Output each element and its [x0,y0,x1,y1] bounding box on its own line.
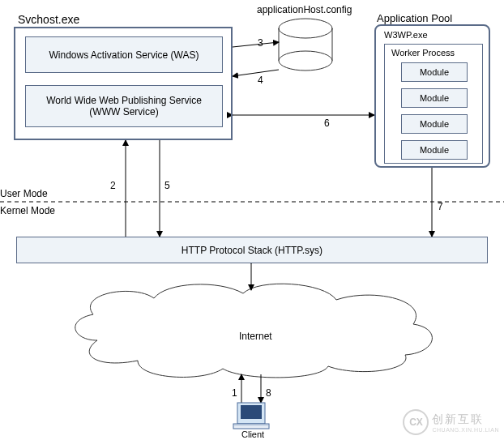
worker-process-container: Worker Process Module Module Module Modu… [384,44,483,164]
module-box: Module [401,140,468,160]
step-8: 8 [266,387,271,399]
client-computer-icon [233,403,269,429]
kernel-mode-label: Kernel Mode [0,205,55,216]
application-pool-title: Application Pool [377,12,452,24]
watermark-zh: 创新互联 [432,412,499,427]
apphostconfig-label: applicationHost.config [257,4,352,15]
internet-label: Internet [239,331,272,342]
watermark-py: CHUANG.XIN.HU.LIAN [432,427,499,433]
module-box: Module [401,88,468,108]
watermark: CX 创新互联 CHUANG.XIN.HU.LIAN [403,409,499,435]
arrow-3 [233,42,279,47]
user-mode-label: User Mode [0,188,48,199]
step-2: 2 [110,180,116,191]
apphostconfig-cylinder [279,19,332,70]
step-1: 1 [232,387,237,399]
svg-rect-6 [241,405,262,419]
step-5: 5 [164,180,170,191]
module-box: Module [401,62,468,82]
step-7: 7 [438,201,443,212]
svg-rect-8 [234,425,268,426]
step-4: 4 [258,75,263,86]
step-6: 6 [324,117,330,129]
client-label: Client [241,429,264,439]
w3wp-label: W3WP.exe [384,30,428,40]
watermark-logo: CX [403,409,429,435]
was-box: Windows Activation Service (WAS) [25,36,223,73]
httpsys-box: HTTP Protocol Stack (HTTP.sys) [16,237,488,263]
step-3: 3 [258,37,263,49]
arrow-4 [233,70,279,76]
svg-point-4 [279,51,332,70]
www-service-box: World Wide Web Publishing Service (WWW S… [25,85,223,127]
svchost-title: Svchost.exe [18,13,79,26]
svchost-container: Windows Activation Service (WAS) World W… [14,27,233,140]
module-box: Module [401,114,468,134]
application-pool-container: W3WP.exe Worker Process Module Module Mo… [374,24,490,168]
worker-process-label: Worker Process [391,48,455,58]
